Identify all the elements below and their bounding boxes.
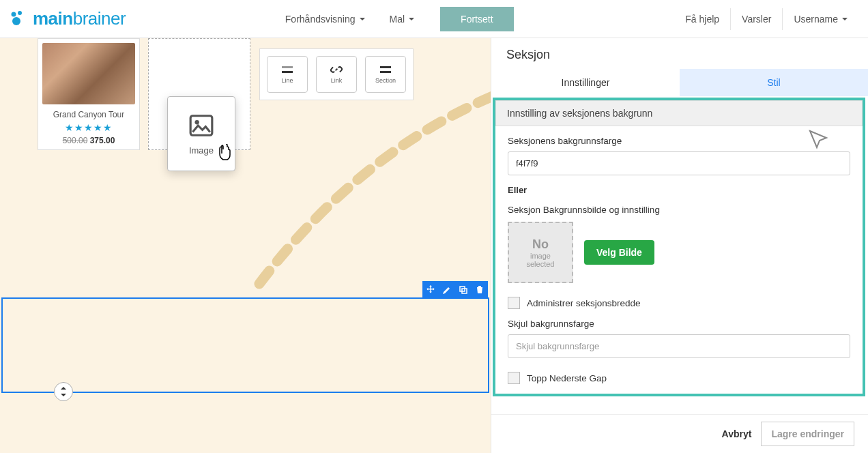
move-icon[interactable] [422,281,439,299]
manage-width-label: Administrer seksjonsbredde [527,298,641,308]
line-icon [280,65,294,74]
resize-icon [59,387,68,396]
section-toolbar [422,281,488,299]
save-button[interactable]: Lagre endringer [761,422,854,446]
hide-bg-label: Skjul bakgrunnsfarge [508,319,850,329]
section-icon [379,65,392,74]
user-menu[interactable]: Username [782,8,858,30]
top-bottom-gap-label: Topp Nederste Gap [527,373,607,383]
image-icon [188,113,214,138]
new-price: 375.00 [90,136,115,145]
dragged-label: Image [189,145,214,156]
template-dropdown[interactable]: Mal [377,8,427,30]
palette-line[interactable]: Line [267,56,308,93]
tab-settings[interactable]: Innstillinger [491,69,680,96]
no-image-image: image [530,252,551,260]
section-bg-heading: Innstilling av seksjonens bakgrunn [495,100,863,126]
palette-label: Line [281,77,293,84]
chevron-down-icon [360,18,365,20]
delete-icon[interactable] [472,281,488,299]
svg-point-0 [12,12,16,16]
product-title: Grand Canyon Tour [42,110,135,119]
palette-label: Link [331,77,343,84]
tab-style[interactable]: Stil [680,69,868,96]
edit-icon[interactable] [439,281,455,299]
selected-section[interactable] [1,297,489,393]
svg-point-2 [12,17,20,25]
top-bottom-gap-checkbox[interactable] [508,372,520,384]
product-card[interactable]: Grand Canyon Tour ★★★★★ 500.00 375.00 [38,38,140,150]
select-image-button[interactable]: Velg Bilde [584,240,654,265]
no-image-selected: selected [527,260,555,268]
bg-color-label: Seksjonens bakgrunnsfarge [508,136,850,146]
or-label: Eller [508,185,850,195]
product-image [42,43,135,104]
no-image-placeholder[interactable]: No image selected [508,222,573,283]
manage-width-checkbox[interactable] [508,297,520,309]
palette-section[interactable]: Section [365,56,406,93]
palette-label: Section [375,77,396,84]
logo[interactable]: mainbrainer [10,8,126,29]
preview-label: Forhåndsvisning [285,14,356,25]
username-label: Username [794,14,838,25]
svg-point-8 [195,120,199,124]
cursor-arrow-icon [807,128,830,154]
cursor-hand-icon [215,144,234,167]
panel-title: Seksjon [491,38,868,69]
bg-color-input[interactable] [508,151,850,175]
no-image-no: No [532,237,549,252]
bg-image-label: Seksjon Bakgrunnsbilde og innstilling [508,205,850,215]
hide-bg-input[interactable] [508,334,850,358]
old-price: 500.00 [63,136,88,145]
continue-button[interactable]: Fortsett [440,7,513,31]
alerts-link[interactable]: Varsler [730,8,782,30]
resize-handle[interactable] [54,382,73,401]
copy-icon[interactable] [455,281,472,299]
chevron-down-icon [842,18,848,20]
palette-link[interactable]: Link [316,56,357,93]
star-rating: ★★★★★ [42,122,135,133]
element-palette: Line Link Section [259,48,414,100]
link-icon [330,65,343,74]
svg-rect-4 [282,71,293,73]
preview-dropdown[interactable]: Forhåndsvisning [273,8,377,30]
svg-rect-3 [282,66,293,68]
svg-rect-6 [380,71,391,73]
canvas-area[interactable]: Grand Canyon Tour ★★★★★ 500.00 375.00 ★★… [0,38,491,453]
help-link[interactable]: Få hjelp [674,8,730,30]
side-panel: Seksjon Innstillinger Stil Innstilling a… [491,38,868,453]
svg-rect-5 [380,66,391,68]
template-label: Mal [390,14,405,25]
svg-point-1 [18,11,22,15]
chevron-down-icon [409,18,414,20]
cancel-button[interactable]: Avbryt [722,428,752,439]
